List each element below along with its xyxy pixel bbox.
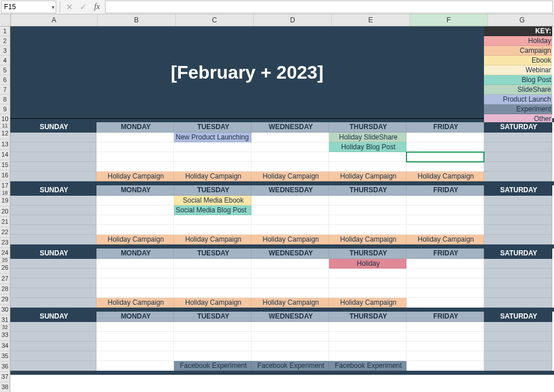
row-head[interactable]: 16 xyxy=(0,170,10,181)
cell[interactable] xyxy=(10,298,96,308)
cell[interactable] xyxy=(251,133,329,142)
row-head[interactable]: 15 xyxy=(0,160,10,170)
fx-icon[interactable]: fx xyxy=(90,2,104,11)
row-head[interactable]: 11 xyxy=(0,124,10,129)
row-head[interactable]: 18 xyxy=(0,191,10,196)
cell[interactable] xyxy=(174,351,251,361)
cell[interactable] xyxy=(251,269,329,278)
cell[interactable] xyxy=(10,162,96,172)
cell[interactable] xyxy=(406,196,484,205)
cell[interactable] xyxy=(406,361,484,371)
cell[interactable] xyxy=(484,298,552,308)
cell[interactable] xyxy=(484,288,552,298)
cell[interactable] xyxy=(484,332,552,341)
cell[interactable] xyxy=(96,152,174,162)
cell[interactable] xyxy=(484,259,552,269)
row-head[interactable]: 25 xyxy=(0,258,10,263)
cell[interactable] xyxy=(96,142,174,152)
cell[interactable] xyxy=(174,278,251,288)
row-head[interactable]: 27 xyxy=(0,274,10,284)
row-head[interactable]: 12 xyxy=(0,129,10,139)
cell[interactable] xyxy=(174,322,251,332)
cell[interactable] xyxy=(96,205,174,215)
event-cell[interactable]: Facebook Experiment xyxy=(251,361,329,371)
cell[interactable] xyxy=(251,225,329,235)
cell[interactable] xyxy=(329,332,406,341)
cell[interactable] xyxy=(174,269,251,278)
cell[interactable] xyxy=(10,322,96,332)
cell[interactable] xyxy=(329,205,406,215)
cell[interactable] xyxy=(406,133,484,142)
cell[interactable] xyxy=(484,162,552,172)
event-cell[interactable]: Holiday Campaign xyxy=(251,235,329,244)
row-head[interactable]: 21 xyxy=(0,217,10,227)
cell[interactable] xyxy=(406,205,484,215)
col-head-F[interactable]: F xyxy=(410,14,488,26)
cell[interactable] xyxy=(251,205,329,215)
cell[interactable] xyxy=(484,196,552,205)
cell[interactable] xyxy=(96,215,174,225)
row-head[interactable]: 23 xyxy=(0,238,10,248)
cell[interactable] xyxy=(406,298,484,308)
event-cell[interactable]: Holiday Campaign xyxy=(251,172,329,181)
event-cell[interactable]: Holiday Campaign xyxy=(174,235,251,244)
cell[interactable] xyxy=(174,259,251,269)
cell[interactable] xyxy=(484,351,552,361)
cell[interactable] xyxy=(406,322,484,332)
cell[interactable] xyxy=(174,215,251,225)
event-cell[interactable]: Holiday SlideShare xyxy=(329,133,406,142)
cell[interactable] xyxy=(96,278,174,288)
cell[interactable] xyxy=(484,142,552,152)
event-cell[interactable]: Holiday Campaign xyxy=(329,235,406,244)
cell[interactable] xyxy=(10,361,96,371)
row-head[interactable]: 4 xyxy=(0,56,10,65)
event-cell[interactable]: Holiday Campaign xyxy=(406,235,484,244)
cell[interactable] xyxy=(174,142,251,152)
cell[interactable] xyxy=(10,235,96,244)
cell[interactable] xyxy=(251,341,329,351)
cell[interactable] xyxy=(484,133,552,142)
cell[interactable] xyxy=(329,351,406,361)
cell[interactable] xyxy=(406,288,484,298)
row-head[interactable]: 7 xyxy=(0,85,10,95)
col-head-D[interactable]: D xyxy=(254,14,332,26)
cell[interactable] xyxy=(406,278,484,288)
cell[interactable] xyxy=(329,196,406,205)
cell[interactable] xyxy=(329,288,406,298)
col-head-G[interactable]: G xyxy=(488,14,554,26)
cell[interactable] xyxy=(251,196,329,205)
cell[interactable] xyxy=(329,215,406,225)
cell[interactable] xyxy=(10,215,96,225)
cancel-icon[interactable]: ✕ xyxy=(63,2,76,11)
cell[interactable] xyxy=(96,225,174,235)
col-head-A[interactable]: A xyxy=(11,14,98,26)
event-cell[interactable]: Holiday Campaign xyxy=(329,298,406,308)
cell[interactable] xyxy=(251,322,329,332)
cell[interactable] xyxy=(406,269,484,278)
cell[interactable] xyxy=(406,341,484,351)
cell[interactable] xyxy=(484,205,552,215)
col-head-C[interactable]: C xyxy=(176,14,254,26)
row-head[interactable]: 5 xyxy=(0,65,10,75)
active-cell[interactable] xyxy=(406,152,484,162)
cell[interactable] xyxy=(329,278,406,288)
cell[interactable] xyxy=(96,351,174,361)
cell[interactable] xyxy=(10,205,96,215)
row-head[interactable]: 19 xyxy=(0,196,10,207)
row-head[interactable]: 35 xyxy=(0,351,10,362)
event-cell[interactable]: Holiday Campaign xyxy=(174,172,251,181)
event-cell[interactable]: Holiday Blog Post xyxy=(329,142,406,152)
cell[interactable] xyxy=(484,225,552,235)
cell[interactable] xyxy=(10,133,96,142)
row-head[interactable]: 37 xyxy=(0,372,10,382)
cell[interactable] xyxy=(406,332,484,341)
cell[interactable] xyxy=(484,361,552,371)
cell[interactable] xyxy=(251,142,329,152)
cell[interactable] xyxy=(10,288,96,298)
event-cell[interactable]: Holiday Campaign xyxy=(174,298,251,308)
row-head[interactable]: 1 xyxy=(0,26,10,36)
cell[interactable] xyxy=(96,162,174,172)
cell[interactable] xyxy=(96,196,174,205)
row-head[interactable]: 29 xyxy=(0,294,10,305)
cell[interactable] xyxy=(174,341,251,351)
